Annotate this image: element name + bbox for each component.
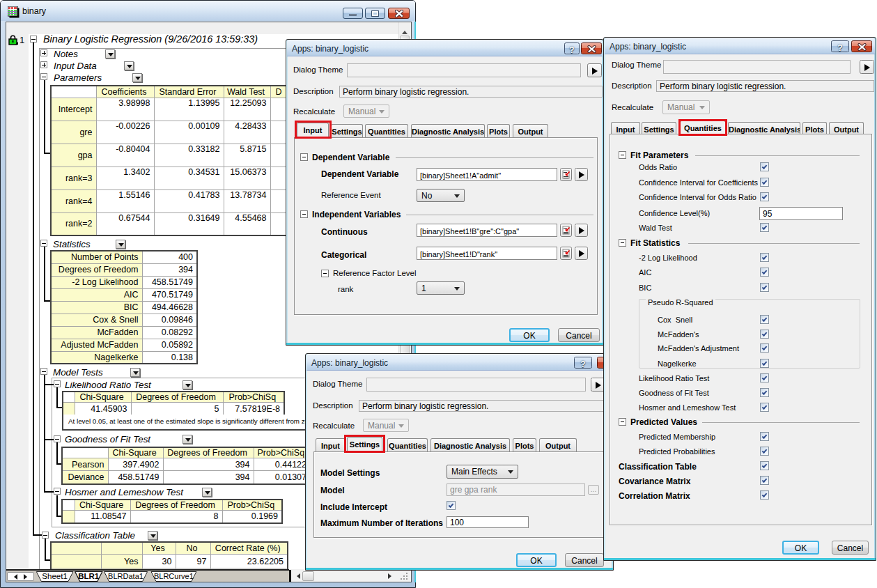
svg-text:BLR1: BLR1	[78, 572, 100, 580]
svg-text:BLRCurve1: BLRCurve1	[154, 572, 194, 580]
svg-text:BLRData1: BLRData1	[108, 572, 143, 580]
svg-text:Sheet1: Sheet1	[42, 572, 67, 580]
